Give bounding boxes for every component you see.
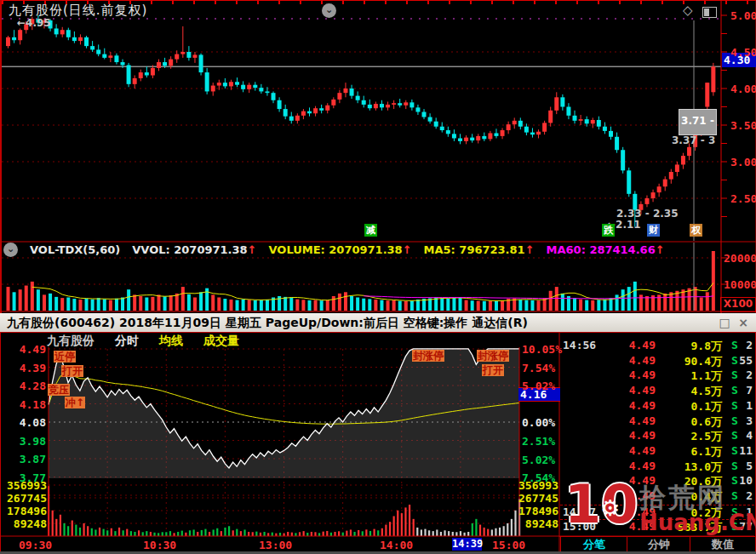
trade-cell: 4.49 <box>608 474 656 487</box>
trade-row: 4.492.5万S4 <box>560 429 754 444</box>
intraday-header: 九有股份分时均线成交量 <box>47 334 260 349</box>
statusbar: 九有股份(600462) 2018年11月09日 星期五 PageUp/Down… <box>0 313 756 332</box>
daily-chart-pane: 九有股份(日线.前复权) ⌄ ◇ 4.30 ←4.95 2.33 - 2.35 … <box>0 0 756 243</box>
time-axis-label: 09:30 <box>19 539 52 551</box>
up-arrow-icon: ↑ <box>656 243 665 256</box>
intraday-vol-label-right: 178496 <box>516 505 558 517</box>
intraday-price-label: 4.39 <box>3 362 46 374</box>
event-badge: 封涨停 <box>477 350 509 362</box>
daily-axis-label: 4.00 <box>730 83 756 95</box>
indicator-field: MA60: 287414.66 <box>547 243 656 256</box>
trade-cell: 3 <box>736 414 753 427</box>
trade-cell: 0.4万 <box>657 489 722 505</box>
trade-cell: 4.49 <box>608 399 656 412</box>
daily-axis-label: 5.00 <box>730 9 756 22</box>
volume-axis-label: 20000 <box>724 252 754 265</box>
intraday-pct-label: 2.51% <box>522 435 555 448</box>
stock-name: 九有股份 <box>47 334 94 347</box>
candle-tooltip-line2: 3.37 - 3 <box>672 134 715 146</box>
up-arrow-icon: ↑ <box>403 243 412 256</box>
intraday-view-tab-均线[interactable]: 均线 <box>159 334 183 347</box>
indicator-field: VOLUME: 2070971.38 <box>269 243 403 256</box>
up-arrow-icon: ↑ <box>248 243 257 256</box>
trade-cell: 5 <box>736 460 753 472</box>
trade-cell: 4.49 <box>608 414 656 427</box>
trade-cell: 4.49 <box>608 339 656 351</box>
event-marker-跌[interactable]: 跌 <box>602 224 615 237</box>
trade-cell: 1 <box>736 399 753 412</box>
trade-cell: 4.49 <box>608 429 656 442</box>
trade-cell: 4.49 <box>608 384 656 397</box>
intraday-price-label: 4.18 <box>3 398 46 411</box>
daily-axis-label: 2.50 <box>730 192 756 205</box>
trade-row: 4.491.1万S2 <box>560 368 754 384</box>
peak-price-annotation: ←4.95 <box>17 17 51 29</box>
intraday-pct-label: 5.02% <box>522 380 555 392</box>
low-range-annotation: 2.33 - 2.35 <box>616 208 679 220</box>
time-axis-label: 14:00 <box>380 539 413 551</box>
trade-row: 4.490.4万S2 <box>560 489 754 505</box>
tab-分笔[interactable]: 分笔 <box>560 537 627 551</box>
trade-cell: 0.6万 <box>657 414 722 430</box>
trade-cell: 1.1万 <box>657 368 722 384</box>
trade-cell: 55 <box>736 354 753 367</box>
intraday-view-tab-分时[interactable]: 分时 <box>115 334 139 347</box>
time-axis-label: 15:00 <box>492 539 525 551</box>
intraday-vol-label: 178496 <box>2 505 47 517</box>
trade-cell: 2 <box>736 339 753 351</box>
trade-cell: 15:00 <box>563 520 607 533</box>
split-view-icon[interactable] <box>702 7 717 18</box>
event-badge: 竞压 <box>48 384 70 396</box>
intraday-price-label: 4.08 <box>3 416 46 429</box>
intraday-vol-label: 356993 <box>2 479 47 492</box>
trade-cell: 6.1万 <box>657 444 722 460</box>
chevron-down-icon[interactable]: ⌄ <box>3 243 18 257</box>
intraday-vol-label: 89248 <box>2 517 47 530</box>
tab-分钟[interactable]: 分钟 <box>627 537 690 551</box>
trade-row: 15:004.49583.7万S77 <box>560 519 754 535</box>
intraday-price-label: 4.49 <box>3 343 46 356</box>
trade-cell: 4.49 <box>608 505 656 518</box>
trade-cell: 4 <box>736 429 753 442</box>
daily-axis-label: 3.50 <box>730 119 756 132</box>
statusbar-text: 九有股份(600462) 2018年11月09日 星期五 PageUp/Down… <box>7 316 528 329</box>
trade-cell: 90.4万 <box>657 354 722 369</box>
intraday-view-tab-成交量[interactable]: 成交量 <box>203 334 239 347</box>
trade-row: 4.494.5万S7 <box>560 384 754 399</box>
trade-cell: 14:57 <box>563 505 607 518</box>
trade-cell: 583.7万 <box>657 520 722 535</box>
chevron-down-icon[interactable]: ⌄ <box>322 3 336 18</box>
intraday-vol-label-right: 267745 <box>516 492 558 505</box>
intraday-price-label: 3.87 <box>3 453 46 465</box>
intraday-price-label: 3.98 <box>3 435 46 448</box>
event-badge: 冲↑ <box>65 397 85 408</box>
trade-cell: 4.49 <box>608 460 656 472</box>
event-badge: 近停 <box>54 351 76 363</box>
trade-row: 14:564.499.8万S2 <box>560 339 754 354</box>
close-button[interactable]: × <box>736 315 751 330</box>
trade-cell: 9.8万 <box>657 339 722 354</box>
event-marker-财[interactable]: 财 <box>647 224 660 237</box>
volume-axis-label: 10000 <box>724 278 754 291</box>
trade-cell: 2 <box>736 489 753 502</box>
tab-数值[interactable]: 数值 <box>690 537 755 551</box>
intraday-vol-label-right: 89248 <box>516 517 558 530</box>
trade-cell: 4.49 <box>608 368 656 381</box>
trade-cell: 10 <box>736 474 753 487</box>
trade-row: 4.496.1万S11 <box>560 444 754 460</box>
trade-cell: 4.5万 <box>657 384 722 399</box>
intraday-pct-label: 5.02% <box>522 454 555 466</box>
trade-row: 4.490.1万S1 <box>560 399 754 414</box>
event-marker-减[interactable]: 减 <box>364 224 377 237</box>
maximize-button[interactable]: □ <box>717 315 732 330</box>
intraday-vol-label: 267745 <box>2 492 47 505</box>
event-marker-权[interactable]: 权 <box>690 224 702 237</box>
candle-tooltip: 3.71 - <box>679 109 717 135</box>
intraday-pct-label: 0.00% <box>522 416 555 429</box>
trade-row: 4.4920.6万S10 <box>560 474 754 489</box>
trade-row: 4.490.6万S3 <box>560 414 754 430</box>
trade-cell: 2.5万 <box>657 429 722 444</box>
trade-cell: 0.2万 <box>657 505 722 521</box>
diamond-icon[interactable]: ◇ <box>683 3 693 18</box>
trade-cell: 4.49 <box>608 520 656 533</box>
